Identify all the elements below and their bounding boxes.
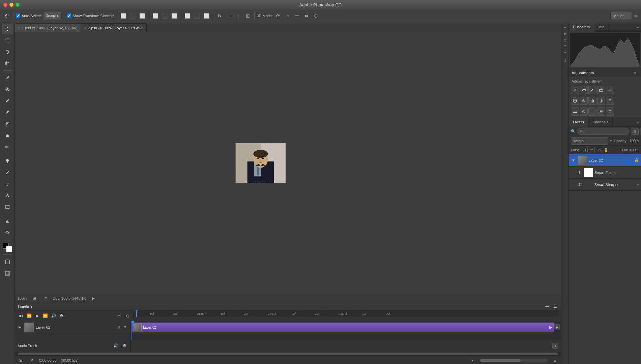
layer-settings-button[interactable]: ▼ <box>122 325 128 330</box>
audio-button[interactable]: 🔊 <box>50 312 57 319</box>
layer-smart-sharpen[interactable]: 👁 Smart Sharpen ≡ <box>569 179 641 191</box>
histogram-options-button[interactable]: ≡ <box>634 22 641 32</box>
audio-volume-button[interactable]: 🔊 <box>112 342 119 349</box>
adj-invert[interactable]: ⊡ <box>606 108 614 116</box>
transform-flip-v-button[interactable]: ↕ <box>234 12 242 20</box>
step-back-button[interactable]: ⏪ <box>26 312 32 319</box>
strip-button-info[interactable]: ℹ <box>562 57 568 63</box>
distribute-right-button[interactable]: ⬜ <box>202 12 210 20</box>
adjustments-options-button[interactable]: ≡ <box>632 68 638 78</box>
lock-all-button[interactable]: 🔒 <box>603 147 609 153</box>
doc-info-arrow[interactable]: ▶ <box>90 295 97 302</box>
layer-smart-filters[interactable]: 👁 Smart Filters <box>569 166 641 179</box>
align-top-button[interactable]: ⬜ <box>151 12 159 20</box>
smart-filters-visibility[interactable]: 👁 <box>577 170 582 175</box>
align-bottom-button[interactable]: ⬜ <box>170 12 178 20</box>
layer-keyframe-button[interactable]: ⊞ <box>116 325 121 330</box>
zoom-fit-button[interactable]: ⊞ <box>31 295 38 302</box>
timeline-options-button[interactable]: ☰ <box>552 303 558 310</box>
lock-position-button[interactable]: ✛ <box>596 147 602 153</box>
auto-select-checkbox[interactable] <box>16 13 20 18</box>
step-forward-button[interactable]: ⏩ <box>42 312 49 319</box>
layers-tab[interactable]: Layers <box>569 117 588 127</box>
screen-mode-button[interactable] <box>2 268 13 279</box>
stamp-tool[interactable] <box>2 107 13 118</box>
zoom-tool[interactable] <box>2 228 13 238</box>
workspace-dropdown[interactable]: Motion <box>610 12 632 20</box>
opacity-value[interactable]: 100% <box>630 139 639 143</box>
color-swatch[interactable] <box>3 243 12 252</box>
adj-exposure[interactable] <box>597 86 605 94</box>
align-center-h-button[interactable]: ⬛ <box>129 12 137 20</box>
gradient-tool[interactable] <box>2 141 13 152</box>
distribute-left-button[interactable]: ⬜ <box>183 12 192 20</box>
adj-curves[interactable] <box>588 86 596 94</box>
adj-gradient-map[interactable]: ▬ <box>571 108 579 116</box>
shape-tool[interactable] <box>2 202 13 212</box>
bottom-options-button[interactable]: ⊞ <box>18 357 24 364</box>
hand-tool[interactable] <box>2 216 13 227</box>
pen-tool[interactable] <box>2 167 13 178</box>
add-track-button[interactable]: + <box>554 324 560 330</box>
adj-levels[interactable] <box>580 86 588 94</box>
info-tab[interactable]: Info <box>594 22 609 32</box>
timeline-scrollbar[interactable] <box>15 352 561 356</box>
histogram-tab[interactable]: Histogram <box>569 22 594 32</box>
timeline-zoom-out[interactable]: ▾ <box>469 357 476 364</box>
close-button[interactable] <box>3 3 7 7</box>
transform-warp-button[interactable]: ⊞ <box>244 12 252 20</box>
clip-expand-arrow[interactable]: ▶ <box>549 325 552 330</box>
timeline-zoom-slider[interactable] <box>480 359 548 362</box>
playhead-marker[interactable] <box>136 310 137 317</box>
layer-expand-button[interactable]: ▶ <box>18 325 22 330</box>
path-tool[interactable] <box>2 190 13 201</box>
layer-62-lock-icon[interactable]: 🔒 <box>634 158 639 162</box>
eraser-tool[interactable] <box>2 130 13 141</box>
channels-tab[interactable]: Channels <box>588 117 612 127</box>
move-tool-button[interactable] <box>3 12 11 20</box>
adj-brightness-contrast[interactable]: ☀ <box>571 86 579 94</box>
history-brush-tool[interactable] <box>2 118 13 129</box>
adj-hue-saturation[interactable] <box>571 97 579 105</box>
add-audio-button[interactable]: + <box>552 343 558 349</box>
marquee-tool[interactable] <box>2 35 13 46</box>
fill-value[interactable]: 100% <box>630 148 639 152</box>
3d-pan-button[interactable]: ✛ <box>293 12 301 20</box>
heal-tool[interactable] <box>2 84 13 95</box>
blend-mode-select[interactable]: Normal <box>571 137 608 145</box>
tab-close-2[interactable]: × <box>84 26 86 30</box>
tab-2[interactable]: × 2.psd @ 100% (Layer 62, RGB/8) <box>81 23 146 32</box>
transform-rotate-button[interactable]: ↻ <box>215 12 224 20</box>
lock-pixels-button[interactable]: ✏ <box>589 147 595 153</box>
minimize-button[interactable] <box>9 3 13 7</box>
move-tool[interactable] <box>2 24 13 34</box>
eyedropper-tool[interactable] <box>2 72 13 83</box>
timeline-zoom-in[interactable]: ▴ <box>552 357 558 364</box>
layers-options-button[interactable]: ≡ <box>634 117 641 127</box>
maximize-button[interactable] <box>16 3 20 7</box>
smart-sharpen-visibility[interactable]: 👁 <box>577 182 582 187</box>
workspace-arrow[interactable]: ≫ <box>633 13 638 19</box>
strip-button-layers[interactable]: ☰ <box>562 44 568 50</box>
layer-62-visibility[interactable]: 👁 <box>571 158 576 163</box>
bottom-share-button[interactable]: ↗ <box>28 357 35 364</box>
transform-flip-h-button[interactable]: ↔ <box>225 12 233 20</box>
adj-channel-mixer[interactable]: ⊞ <box>606 97 614 105</box>
auto-select-dropdown[interactable]: Group ▼ <box>43 12 62 20</box>
mask-mode-button[interactable] <box>2 256 13 267</box>
strip-button-play[interactable]: ▶ <box>562 30 568 36</box>
show-transform-checkbox[interactable] <box>67 13 71 18</box>
dodge-tool[interactable] <box>2 156 13 166</box>
3d-scale-button[interactable]: ⊕ <box>312 12 320 20</box>
align-center-v-button[interactable]: ⬛ <box>161 12 169 20</box>
adj-posterize[interactable]: ≣ <box>597 108 605 116</box>
trim-button[interactable]: ✂ <box>116 312 122 319</box>
strip-button-1[interactable]: ≡ <box>562 24 568 30</box>
go-to-start-button[interactable]: ⏮ <box>18 312 24 319</box>
keyframe-button[interactable]: ◇ <box>124 312 130 319</box>
opacity-arrow[interactable]: ▼ <box>609 139 613 143</box>
smart-sharpen-options[interactable]: ≡ <box>637 183 639 186</box>
adj-vibrance[interactable]: ▽ <box>606 86 614 94</box>
align-right-button[interactable]: ⬜ <box>138 12 146 20</box>
3d-orbit-button[interactable]: ○ <box>284 12 292 20</box>
